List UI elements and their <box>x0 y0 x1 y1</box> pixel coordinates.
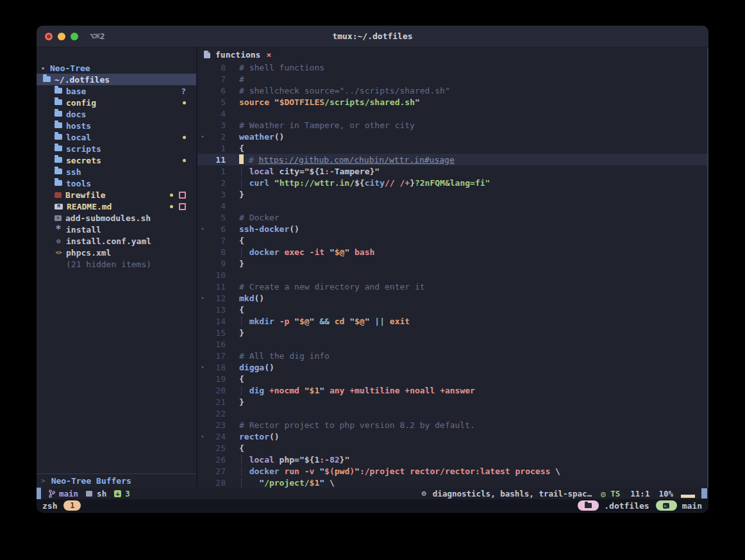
tree-item-label: install <box>66 225 101 235</box>
code-line[interactable]: 3} <box>197 188 707 200</box>
fold-chevron-icon[interactable]: ▾ <box>197 364 208 370</box>
line-number: 14 <box>208 317 226 326</box>
code-line[interactable]: 1│ local city="${1:-Tampere}" <box>197 165 707 177</box>
code-line-current[interactable]: 11 # https://github.com/chubin/wttr.in#u… <box>197 154 707 165</box>
line-text: # <box>226 74 244 84</box>
git-added-segment: + 3 <box>114 489 130 498</box>
code-line[interactable]: 3# Weather in Tampere, or other city <box>197 119 707 131</box>
tree-item-install.conf.yaml[interactable]: install.conf.yaml <box>37 235 196 247</box>
tree-item-label: install.conf.yaml <box>66 236 151 246</box>
tree-item-ssh[interactable]: ssh <box>37 166 196 177</box>
folder-open-icon <box>43 76 51 82</box>
line-number: 24 <box>208 432 226 441</box>
fold-chevron-icon[interactable]: ▾ <box>197 226 208 232</box>
line-number: 6 <box>208 224 226 234</box>
line-text: { <box>226 443 244 453</box>
close-tab-icon[interactable]: × <box>266 50 271 60</box>
code-line[interactable]: ▾2weather() <box>197 131 707 142</box>
cursor-position: 11:1 <box>630 489 649 498</box>
code-line[interactable]: 28│ "/project/$1" \ <box>197 477 707 488</box>
code-line[interactable]: 6# shellcheck source="../scripts/shared.… <box>197 85 707 96</box>
tree-item-add-submodules.sh[interactable]: add-submodules.sh <box>37 212 196 224</box>
modified-dot-badge <box>170 194 173 197</box>
tmux-window-index-badge[interactable]: 1 <box>63 500 81 511</box>
tree-item-tools[interactable]: tools <box>37 177 196 189</box>
statusline-right: ⚙ diagnosticls, bashls, trail-spac… ◎ TS… <box>422 488 708 498</box>
tree-item-hosts[interactable]: hosts <box>37 120 196 131</box>
tree-item-label: tools <box>66 179 91 188</box>
code-line[interactable]: 4 <box>197 200 707 211</box>
md-icon <box>54 204 63 210</box>
code-line[interactable]: 7{ <box>197 235 707 246</box>
minimize-window-button[interactable] <box>58 33 65 40</box>
line-text: } <box>226 259 244 268</box>
tree-item-label: local <box>66 133 91 142</box>
code-line[interactable]: 8# shell functions <box>197 62 707 73</box>
tree-item-scripts[interactable]: scripts <box>37 143 196 154</box>
tree-item-secrets[interactable]: secrets <box>37 154 196 166</box>
tree-item-badges <box>170 192 196 199</box>
code-line[interactable]: ▾24rector() <box>197 431 707 442</box>
tree-item-readme.md[interactable]: README.md <box>37 201 196 212</box>
progress-bar <box>681 495 695 498</box>
star-icon <box>54 226 62 233</box>
fold-chevron-icon[interactable]: ▾ <box>197 133 208 140</box>
neo-tree-header[interactable]: ▾ Neo-Tree <box>37 62 196 74</box>
code-line[interactable]: 27│ docker run -v "$(pwd)":/project rect… <box>197 465 707 477</box>
code-line[interactable]: 11# Create a new directory and enter it <box>197 281 707 292</box>
zoom-window-button[interactable] <box>71 33 78 40</box>
code-line[interactable]: 25{ <box>197 442 707 454</box>
line-number: 18 <box>208 363 226 372</box>
tree-item-docs[interactable]: docs <box>37 108 196 120</box>
fold-chevron-icon[interactable]: ▾ <box>197 295 208 301</box>
code-line[interactable]: 17# All the dig info <box>197 350 707 361</box>
tree-item-config[interactable]: config <box>37 97 196 108</box>
tab-functions[interactable]: functions <box>215 50 260 60</box>
code-line[interactable]: 19{ <box>197 373 707 384</box>
code-line[interactable]: 2│ curl "http://wttr.in/${city// /+}?2nF… <box>197 177 707 188</box>
tree-item-badges <box>183 136 196 139</box>
tree-item--21-hidden-items-[interactable]: (21 hidden items) <box>37 258 196 270</box>
code-line[interactable]: 7# <box>197 73 707 85</box>
tree-item--.dotfiles[interactable]: ~/.dotfiles <box>37 74 196 85</box>
code-line[interactable]: 16 <box>197 338 707 350</box>
plus-icon: + <box>114 490 121 497</box>
buffers-title: Neo-Tree Buffers <box>51 476 131 486</box>
tree-item-base[interactable]: base? <box>37 85 196 97</box>
code-line[interactable]: 10 <box>197 269 707 281</box>
tree-item-local[interactable]: local <box>37 131 196 143</box>
line-text: { <box>226 305 244 315</box>
code-line[interactable]: 15} <box>197 327 707 338</box>
tree-item-phpcs.xml[interactable]: phpcs.xml <box>37 247 196 258</box>
line-number: 4 <box>208 109 226 119</box>
code-line[interactable]: 1{ <box>197 142 707 154</box>
line-text: { <box>226 236 244 245</box>
tree-item-brewfile[interactable]: Brewfile <box>37 189 196 201</box>
code-line[interactable]: 22 <box>197 408 707 419</box>
tree-item-badges: ? <box>181 86 196 96</box>
code-line[interactable]: 21} <box>197 396 707 408</box>
line-text: # All the dig info <box>226 351 330 361</box>
code-line[interactable]: 8│ docker exec -it "$@" bash <box>197 246 707 258</box>
code-line[interactable]: 4 <box>197 108 707 119</box>
line-number: 10 <box>208 270 226 280</box>
line-number: 3 <box>208 120 226 130</box>
code-line[interactable]: 26│ local php="${1:-82}" <box>197 454 707 465</box>
code-line[interactable]: ▾6ssh-docker() <box>197 223 707 235</box>
tmux-window-name[interactable]: zsh <box>42 501 57 511</box>
neo-tree-buffers-section[interactable]: > Neo-Tree Buffers <box>37 474 196 488</box>
code-line[interactable]: 20│ dig +nocmd "$1" any +multiline +noal… <box>197 384 707 396</box>
code-line[interactable]: 13{ <box>197 304 707 315</box>
code-line[interactable]: ▾12mkd() <box>197 292 707 304</box>
tree-item-label: Brewfile <box>65 190 106 200</box>
tree-item-install[interactable]: install <box>37 224 196 235</box>
code-line[interactable]: 5source "$DOTFILES/scripts/shared.sh" <box>197 96 707 108</box>
close-window-button[interactable] <box>45 33 53 40</box>
code-line[interactable]: 5# Docker <box>197 211 707 223</box>
code-line[interactable]: ▾18digga() <box>197 361 707 373</box>
code-line[interactable]: 9} <box>197 258 707 269</box>
code-line[interactable]: 23# Rector project to php version 8.2 by… <box>197 419 707 431</box>
line-number: 13 <box>208 305 226 315</box>
fold-chevron-icon[interactable]: ▾ <box>197 433 208 440</box>
code-line[interactable]: 14│ mkdir -p "$@" && cd "$@" || exit <box>197 315 707 327</box>
